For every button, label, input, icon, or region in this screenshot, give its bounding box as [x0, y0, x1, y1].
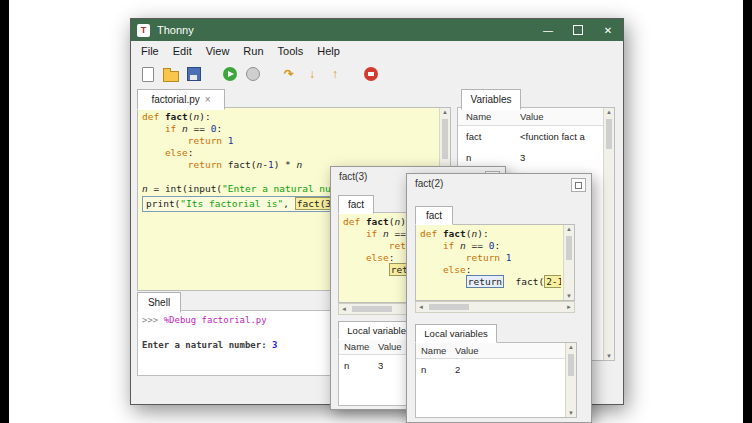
scroll-down-icon[interactable]: ▼ — [566, 292, 572, 300]
code-line: def fact(n): — [142, 111, 436, 123]
step-over-arrow-icon: ↷ — [284, 67, 294, 81]
maximize-button[interactable] — [571, 178, 586, 192]
stop-sign-icon — [364, 67, 378, 81]
fact2-window-title: fact(2) — [407, 174, 591, 194]
new-file-icon[interactable] — [140, 66, 156, 82]
menu-item-tools[interactable]: Tools — [271, 41, 311, 61]
fact2-local-variables-label: Local variables — [424, 328, 487, 339]
table-cell: n — [458, 152, 520, 163]
open-file-icon[interactable] — [163, 66, 179, 82]
column-header-value: Value — [520, 111, 544, 122]
fact2-titlebar[interactable]: fact(2) — [407, 174, 591, 194]
fact3-local-variables-label: Local variables — [347, 325, 410, 336]
variables-vscrollbar[interactable]: ▲ ▼ — [603, 108, 614, 360]
titlebar[interactable]: T Thonny — ✕ — [131, 19, 623, 41]
stop-icon[interactable] — [363, 66, 379, 82]
run-icon[interactable] — [222, 66, 238, 82]
debug-icon[interactable] — [245, 66, 261, 82]
screen: T Thonny — ✕ File Edit View Run Tools He… — [0, 0, 752, 423]
variables-tab-label: Variables — [471, 94, 512, 105]
column-header-name: Name — [458, 111, 520, 122]
maximize-button[interactable] — [563, 19, 593, 41]
minimize-button[interactable]: — — [533, 19, 563, 41]
editor-tab-label: factorial.py — [151, 94, 199, 105]
scrollbar-thumb[interactable] — [568, 354, 574, 376]
thonny-app-icon: T — [137, 24, 150, 37]
fact2-lv-vscrollbar[interactable]: ▲ ▼ — [565, 343, 576, 417]
menu-item-run[interactable]: Run — [236, 41, 270, 61]
folder-icon — [163, 71, 179, 82]
floppy-icon — [187, 67, 201, 81]
scroll-up-icon[interactable]: ▲ — [442, 108, 448, 116]
letterbox-left — [0, 0, 9, 423]
scrollbar-thumb[interactable] — [442, 119, 448, 159]
table-header: Name Value — [416, 343, 576, 359]
scroll-down-icon[interactable]: ▼ — [568, 409, 574, 417]
table-row[interactable]: fact<function fact a — [458, 126, 614, 147]
table-row[interactable]: n3 — [458, 147, 614, 168]
tab-factorial-py[interactable]: factorial.py × — [137, 89, 225, 110]
scroll-right-icon[interactable]: ► — [566, 303, 572, 311]
window-controls: — ✕ — [533, 19, 623, 41]
step-out-arrow-icon: ↑ — [332, 67, 338, 81]
menu-item-help[interactable]: Help — [310, 41, 347, 61]
fact2-vscrollbar[interactable]: ▲ ▼ — [563, 225, 574, 300]
code-line: def fact(n): — [420, 228, 561, 240]
scroll-left-icon[interactable]: ◄ — [418, 303, 424, 311]
scroll-left-icon[interactable]: ◄ — [341, 305, 347, 313]
fact2-code[interactable]: def fact(n): if n == 0: return 1 else: r… — [420, 228, 561, 298]
scrollbar-thumb[interactable] — [352, 306, 392, 312]
code-line: return 1 — [420, 252, 561, 264]
fact2-window: fact(2) fact def fact(n): if n == 0: ret… — [406, 173, 592, 423]
variables-table-header: Name Value — [458, 108, 614, 126]
table-cell: 3 — [378, 360, 383, 371]
menu-item-file[interactable]: File — [134, 41, 166, 61]
close-button[interactable]: ✕ — [593, 19, 623, 41]
fact2-hscrollbar[interactable]: ◄ ► — [415, 301, 575, 313]
code-line: return fact(2-1) * n — [420, 276, 561, 288]
fact3-tab-fact[interactable]: fact — [338, 195, 374, 214]
step-into-arrow-icon: ↓ — [309, 67, 315, 81]
save-icon[interactable] — [186, 66, 202, 82]
menu-item-view[interactable]: View — [199, 41, 237, 61]
fact2-code-frame[interactable]: def fact(n): if n == 0: return 1 else: r… — [415, 224, 575, 301]
scroll-up-icon[interactable]: ▲ — [568, 343, 574, 351]
column-header-value: Value — [378, 341, 402, 352]
shell-tab-label: Shell — [148, 297, 170, 308]
maximize-icon — [575, 182, 582, 189]
maximize-icon — [573, 25, 583, 35]
table-cell: n — [339, 360, 378, 371]
step-out-icon[interactable]: ↑ — [327, 66, 343, 82]
menu-item-edit[interactable]: Edit — [166, 41, 199, 61]
code-line: if n == 0: — [142, 123, 436, 135]
table-cell: fact — [458, 131, 520, 142]
step-over-icon[interactable]: ↷ — [281, 66, 297, 82]
step-into-icon[interactable]: ↓ — [304, 66, 320, 82]
menubar: File Edit View Run Tools Help — [131, 41, 623, 61]
column-header-name: Name — [339, 341, 378, 352]
tab-variables[interactable]: Variables — [461, 89, 521, 110]
table-row[interactable]: n2 — [416, 359, 576, 379]
table-cell: 2 — [455, 364, 460, 375]
fact2-local-variables-body: n2 — [416, 359, 576, 379]
table-cell: n — [416, 364, 455, 375]
active-statement-box: print("Its factorial is", fact(3)) — [142, 196, 349, 212]
scrollbar-thumb[interactable] — [566, 236, 572, 260]
window-title: Thonny — [157, 24, 194, 36]
fact3-tab-label: fact — [348, 199, 364, 210]
scrollbar-thumb[interactable] — [606, 119, 612, 149]
scroll-up-icon[interactable]: ▲ — [606, 108, 612, 116]
close-tab-icon[interactable]: × — [205, 94, 211, 105]
fact2-tab-label: fact — [426, 210, 442, 221]
code-line: return 1 — [142, 135, 436, 147]
scroll-up-icon[interactable]: ▲ — [566, 225, 572, 233]
letterbox-right — [743, 0, 752, 423]
variables-table-body: fact<function fact an3 — [458, 126, 614, 168]
fact2-tab-fact[interactable]: fact — [415, 206, 453, 225]
bug-icon — [246, 67, 260, 81]
scroll-down-icon[interactable]: ▼ — [606, 352, 612, 360]
tab-shell[interactable]: Shell — [137, 292, 181, 313]
scrollbar-thumb[interactable] — [429, 304, 469, 310]
fact2-local-variables-table: Name Value n2 ▲ ▼ — [415, 342, 577, 418]
fact2-tab-local-variables[interactable]: Local variables — [415, 324, 497, 343]
